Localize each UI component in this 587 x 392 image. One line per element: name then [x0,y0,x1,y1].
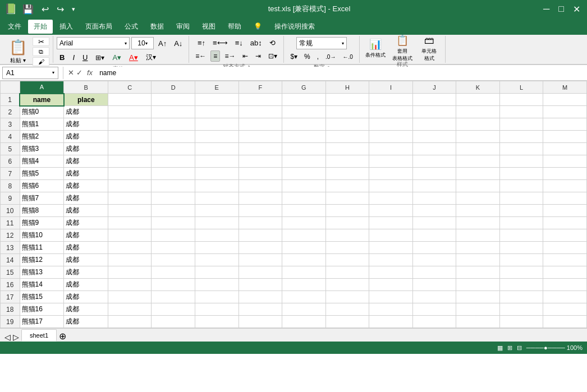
cell-G18[interactable] [282,303,326,316]
cell-A4[interactable]: 熊猫2 [20,131,64,143]
cell-M16[interactable] [543,279,587,291]
cell-L17[interactable] [499,291,543,303]
cell-M7[interactable] [543,168,587,180]
cell-J10[interactable] [412,205,456,217]
cell-E5[interactable] [195,143,239,155]
cell-H17[interactable] [325,291,369,303]
cell-B19[interactable]: 成都 [64,316,108,328]
menu-lightbulb-icon[interactable]: 💡 [248,20,268,33]
cell-D1[interactable] [152,94,195,106]
cell-C13[interactable] [108,242,152,254]
cell-M12[interactable] [543,229,587,242]
cell-K8[interactable] [456,180,500,192]
view-normal-icon[interactable]: ▦ [497,344,503,352]
cell-B9[interactable]: 成都 [64,192,108,205]
view-layout-icon[interactable]: ⊞ [507,344,512,352]
cell-G11[interactable] [282,217,326,229]
cell-L3[interactable] [499,118,543,131]
wrap-text-icon[interactable]: ⟲ [267,37,278,49]
cell-C4[interactable] [108,131,152,143]
cell-C2[interactable] [108,106,152,118]
cell-E18[interactable] [195,303,239,316]
cell-E1[interactable] [195,94,239,106]
cell-C1[interactable] [108,94,152,106]
cell-D14[interactable] [152,254,195,266]
cell-F8[interactable] [239,180,282,192]
cell-J6[interactable] [412,155,456,168]
cell-C14[interactable] [108,254,152,266]
cell-B6[interactable]: 成都 [64,155,108,168]
cell-M11[interactable] [543,217,587,229]
cell-H15[interactable] [325,266,369,279]
cell-L6[interactable] [499,155,543,168]
menu-home[interactable]: 开始 [28,20,53,34]
cell-K7[interactable] [456,168,500,180]
cell-E16[interactable] [195,279,239,291]
cell-style-button[interactable]: 🗃 单元格格式 [417,37,442,59]
cell-I18[interactable] [369,303,413,316]
cell-A6[interactable]: 熊猫4 [20,155,64,168]
col-header-H[interactable]: H [325,81,369,94]
comma-icon[interactable]: , [314,51,322,62]
cell-D2[interactable] [152,106,195,118]
cell-J17[interactable] [412,291,456,303]
cell-M4[interactable] [543,131,587,143]
cell-E11[interactable] [195,217,239,229]
bold-button[interactable]: B [57,52,67,63]
cell-F6[interactable] [239,155,282,168]
cell-M17[interactable] [543,291,587,303]
cell-G4[interactable] [282,131,326,143]
row-number-12[interactable]: 12 [1,229,20,242]
cell-J4[interactable] [412,131,456,143]
cell-A1[interactable]: name [20,94,64,106]
border-button[interactable]: ⊞▾ [93,52,107,63]
cell-H5[interactable] [325,143,369,155]
menu-formulas[interactable]: 公式 [119,20,144,34]
cell-J14[interactable] [412,254,456,266]
cell-D12[interactable] [152,229,195,242]
cell-K10[interactable] [456,205,500,217]
cell-D9[interactable] [152,192,195,205]
cell-L11[interactable] [499,217,543,229]
cell-F3[interactable] [239,118,282,131]
cell-name-box[interactable]: A1 ▾ [2,67,58,79]
cell-B1[interactable]: place [64,94,108,106]
number-format-selector[interactable]: 常规 ▾ [296,37,347,49]
cell-G6[interactable] [282,155,326,168]
cell-F15[interactable] [239,266,282,279]
cell-D13[interactable] [152,242,195,254]
cell-A19[interactable]: 熊猫17 [20,316,64,328]
cell-K11[interactable] [456,217,500,229]
cell-I3[interactable] [369,118,413,131]
cell-I14[interactable] [369,254,413,266]
cell-M2[interactable] [543,106,587,118]
cell-G7[interactable] [282,168,326,180]
cell-B10[interactable]: 成都 [64,205,108,217]
cell-J1[interactable] [412,94,456,106]
cell-K2[interactable] [456,106,500,118]
cell-F12[interactable] [239,229,282,242]
minimize-icon[interactable]: ─ [541,3,552,16]
format-more-icon[interactable]: 汉▾ [143,51,159,64]
decrease-decimal-icon[interactable]: ←.0 [340,52,355,62]
confirm-formula-icon[interactable]: ✓ [76,68,82,77]
cell-M3[interactable] [543,118,587,131]
cell-H8[interactable] [325,180,369,192]
merge-cells-icon[interactable]: ⊡▾ [265,50,280,62]
cell-B5[interactable]: 成都 [64,143,108,155]
fill-color-button[interactable]: A▾ [109,52,124,63]
cell-M14[interactable] [543,254,587,266]
cell-B18[interactable]: 成都 [64,303,108,316]
menu-data[interactable]: 数据 [145,20,169,34]
cell-L9[interactable] [499,192,543,205]
cell-D10[interactable] [152,205,195,217]
row-number-6[interactable]: 6 [1,155,20,168]
cell-C17[interactable] [108,291,152,303]
cell-K5[interactable] [456,143,500,155]
cell-C11[interactable] [108,217,152,229]
cell-C10[interactable] [108,205,152,217]
cell-L14[interactable] [499,254,543,266]
cell-E14[interactable] [195,254,239,266]
cell-G15[interactable] [282,266,326,279]
cell-C6[interactable] [108,155,152,168]
